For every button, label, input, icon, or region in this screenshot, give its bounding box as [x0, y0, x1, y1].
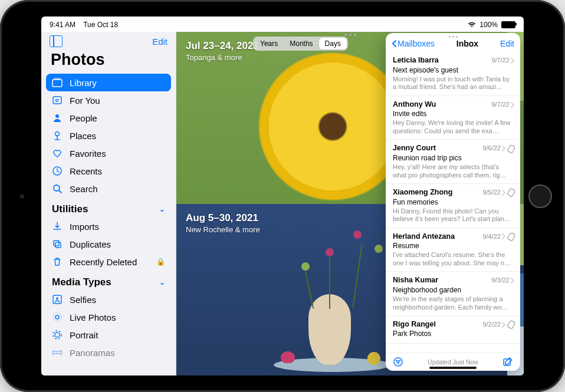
mail-header: Mailboxes Inbox Edit	[386, 39, 520, 52]
tab-days[interactable]: Days	[319, 38, 347, 50]
mail-from: Xiaomeng Zhong	[393, 188, 452, 197]
mail-from: Nisha Kumar	[393, 276, 438, 285]
slideover-grabber-icon[interactable]	[386, 33, 520, 39]
mail-list[interactable]: Leticia Ibarra9/7/22 Next episode's gues…	[386, 52, 520, 353]
sidebar-item-label: Recents	[70, 166, 102, 176]
mail-date: 9/3/22	[491, 276, 514, 285]
svg-rect-7	[54, 241, 59, 246]
multitask-dots-icon[interactable]	[344, 34, 356, 36]
tab-years[interactable]: Years	[254, 38, 284, 50]
search-icon	[52, 183, 63, 194]
mail-from: Anthony Wu	[393, 100, 436, 110]
mail-from: Leticia Ibarra	[393, 56, 439, 65]
screen: 9:41 AM Tue Oct 18 100% Edit Photos	[41, 17, 524, 375]
sidebar-item-label: Live Photos	[70, 312, 116, 322]
sidebar-item-foryou[interactable]: For You	[46, 91, 171, 109]
sidebar-item-portrait[interactable]: Portrait	[46, 326, 171, 344]
svg-point-3	[55, 114, 59, 118]
mail-item[interactable]: Xiaomeng Zhong9/5/22 Fun memoriesHi Dann…	[386, 184, 520, 228]
sidebar-item-favorites[interactable]: Favorites	[46, 144, 171, 162]
sidebar-item-imports[interactable]: Imports	[46, 218, 171, 235]
mail-subject: Resume	[393, 242, 514, 251]
chevron-right-icon	[502, 322, 505, 328]
sidebar-edit-button[interactable]: Edit	[152, 37, 167, 47]
sidebar-item-live-photos[interactable]: Live Photos	[46, 308, 171, 326]
svg-rect-0	[52, 80, 62, 87]
mail-subject: Next episode's guest	[393, 66, 514, 75]
library-icon	[52, 77, 63, 88]
svg-rect-2	[53, 97, 61, 104]
ipad-frame: 9:41 AM Tue Oct 18 100% Edit Photos	[0, 0, 565, 392]
compose-icon[interactable]	[502, 357, 513, 367]
sidebar-section-media-types[interactable]: Media Types ⌄	[46, 271, 171, 291]
battery-icon	[501, 21, 515, 28]
mail-date: 9/6/22	[482, 144, 514, 153]
duplicates-icon	[52, 239, 63, 249]
sidebar-item-label: People	[70, 113, 97, 123]
sidebar-item-recents[interactable]: Recents	[46, 162, 171, 180]
mail-subject: Fun memories	[393, 198, 514, 207]
mail-preview: Morning! I was put in touch with Tania b…	[393, 75, 514, 91]
chevron-down-icon: ⌄	[159, 205, 165, 213]
foryou-icon	[52, 95, 63, 106]
photo-card-title: Aug 5–30, 2021	[186, 212, 260, 224]
mail-item[interactable]: Anthony Wu9/7/22 Invite editsHey Danny, …	[386, 96, 520, 140]
photo-card-title: Jul 23–24, 2021	[186, 40, 259, 52]
clock-icon	[52, 166, 63, 176]
photos-sidebar: Edit Photos Library For You People	[41, 32, 176, 375]
sidebar-section-utilities[interactable]: Utilities ⌄	[46, 197, 171, 218]
mail-from: Rigo Rangel	[393, 320, 436, 330]
mail-item[interactable]: Jenny Court9/6/22 Reunion road trip pics…	[386, 140, 520, 184]
sidebar-toggle-icon[interactable]	[50, 35, 63, 47]
home-indicator[interactable]	[429, 367, 477, 369]
mail-subject: Neighborhood garden	[393, 286, 514, 295]
battery-percent: 100%	[479, 21, 498, 29]
sidebar-item-panoramas[interactable]: Panoramas	[46, 344, 171, 361]
mail-item[interactable]: Herland Antezana9/4/22 ResumeI've attach…	[386, 228, 520, 272]
sidebar-item-label: For You	[70, 95, 100, 106]
mail-subject: Park Photos	[393, 330, 514, 338]
photo-card-subtitle: Topanga & more	[186, 53, 259, 62]
trash-icon	[52, 256, 63, 267]
mail-edit-button[interactable]: Edit	[500, 39, 514, 48]
mail-item[interactable]: Leticia Ibarra9/7/22 Next episode's gues…	[386, 52, 520, 96]
chevron-right-icon	[502, 233, 505, 239]
svg-point-14	[53, 331, 61, 339]
panoramas-icon	[52, 347, 63, 358]
chevron-right-icon	[511, 102, 514, 108]
sidebar-item-label: Favorites	[70, 149, 106, 159]
filter-icon[interactable]	[393, 357, 403, 367]
mail-subject: Reunion road trip pics	[393, 154, 514, 163]
mail-subject: Invite edits	[393, 110, 514, 118]
mail-back-button[interactable]: Mailboxes	[392, 39, 435, 48]
sidebar-item-library[interactable]: Library	[46, 74, 171, 91]
mail-item[interactable]: Nisha Kumar9/3/22 Neighborhood gardenWe'…	[386, 272, 520, 316]
sidebar-item-duplicates[interactable]: Duplicates	[46, 235, 171, 253]
photo-card-subtitle: New Rochelle & more	[186, 225, 260, 234]
status-bar: 9:41 AM Tue Oct 18 100%	[41, 17, 524, 32]
chevron-down-icon: ⌄	[159, 278, 165, 286]
svg-rect-8	[55, 242, 61, 248]
mail-preview: Hi Danny, Found this photo! Can you beli…	[393, 207, 514, 223]
sidebar-item-recently-deleted[interactable]: Recently Deleted 🔒	[46, 253, 171, 271]
sidebar-item-label: Places	[70, 131, 96, 141]
lock-icon: 🔒	[156, 258, 165, 266]
people-icon	[52, 113, 63, 123]
sidebar-item-people[interactable]: People	[46, 109, 171, 127]
mail-preview: Hey, y'all! Here are my selects (that's …	[393, 163, 514, 179]
mail-item[interactable]: Rigo Rangel9/2/22 Park Photos	[386, 316, 520, 344]
sidebar-title: Photos	[41, 48, 176, 74]
chevron-right-icon	[502, 146, 505, 151]
mail-date: 9/4/22	[482, 233, 514, 241]
mail-from: Herland Antezana	[393, 232, 455, 242]
heart-icon	[52, 148, 63, 159]
timeframe-segmented-control[interactable]: Years Months Days	[253, 37, 348, 51]
mail-date: 9/2/22	[482, 321, 514, 329]
sidebar-item-places[interactable]: Places	[46, 127, 171, 144]
tab-months[interactable]: Months	[284, 38, 318, 50]
mail-date: 9/7/22	[491, 101, 514, 109]
home-button[interactable]	[528, 185, 552, 208]
sidebar-item-selfies[interactable]: Selfies	[46, 291, 171, 308]
sidebar-item-search[interactable]: Search	[46, 180, 171, 197]
svg-rect-1	[54, 78, 61, 80]
